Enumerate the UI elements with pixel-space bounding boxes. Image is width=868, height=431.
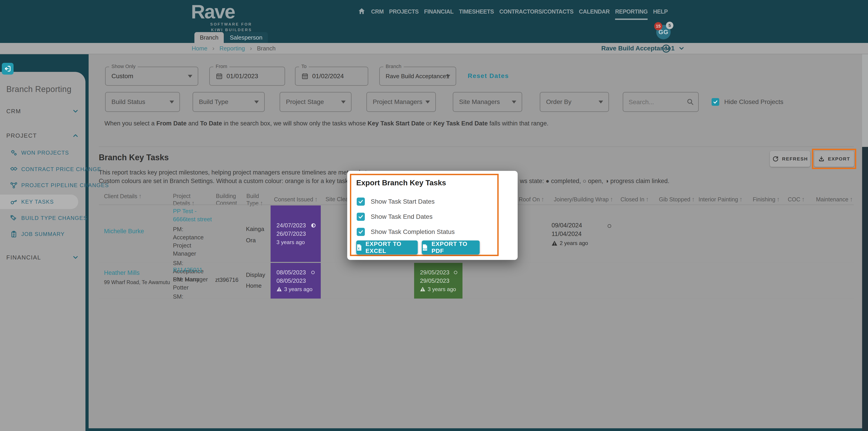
build-type-cell: Kainga Ora (246, 223, 273, 246)
checkbox-checked-icon (357, 197, 365, 206)
column-header-closed-in[interactable]: Closed In↑ (620, 196, 652, 203)
chevron-up-icon (72, 132, 79, 139)
sidebar-item-key-tasks[interactable]: KEY TASKS (0, 194, 78, 209)
column-header-gib-stopped[interactable]: Gib Stopped↑ (659, 196, 698, 203)
history-clock-button[interactable] (661, 43, 671, 54)
column-header-client-details[interactable]: Client Details↑ (104, 192, 154, 200)
sidebar-item-build-type-changes[interactable]: BUILD TYPE CHANGES (0, 211, 78, 225)
project-managers-select[interactable]: Project Managers (366, 92, 436, 112)
column-header-joinery-building-wrap[interactable]: Joinery/Building Wrap↑ (554, 196, 617, 203)
dropdown-caret-icon (188, 75, 192, 78)
breadcrumb-home[interactable]: Home (192, 45, 207, 52)
breadcrumb-reporting[interactable]: Reporting (219, 45, 245, 52)
logo-tagline: SOFTWARE FORKIWI BUILDERS (191, 22, 252, 33)
rave-logo[interactable]: Rave SOFTWARE FORKIWI BUILDERS (191, 2, 252, 33)
checkbox-checked-icon (712, 98, 719, 106)
dropdown-caret-icon (446, 75, 450, 78)
logo-title: Rave (191, 2, 252, 21)
chevron-down-icon (72, 254, 79, 261)
column-header-coc[interactable]: COC↑ (788, 196, 809, 203)
from-date-field[interactable]: From 01/01/2023 (209, 67, 285, 86)
task-end-date: 08/05/2023 (276, 277, 321, 285)
show-task-completion-status-option[interactable]: Show Task Completion Status (357, 228, 455, 236)
column-header-roof-on[interactable]: Roof On↑ (519, 196, 548, 203)
scrollbar-thumb[interactable] (862, 147, 868, 431)
order-by-select[interactable]: Order By (540, 92, 609, 112)
client-link[interactable]: Heather Mills (104, 269, 140, 276)
column-header-interior-painting[interactable]: Interior Painting↑ (699, 196, 747, 203)
dialog-title: Export Branch Key Tasks (356, 179, 446, 187)
show-task-start-dates-option[interactable]: Show Task Start Dates (357, 197, 435, 206)
nav-item-projects[interactable]: PROJECTS (389, 8, 418, 15)
gears-icon (10, 149, 18, 157)
task-end-date: 11/04/2024 (552, 229, 588, 238)
checkbox-checked-icon (357, 228, 365, 236)
show-only-select[interactable]: Show Only Custom (105, 67, 198, 86)
row-divider (99, 262, 854, 263)
dropdown-caret-icon (169, 100, 174, 103)
breadcrumb-separator-icon: › (212, 45, 214, 52)
to-date-field[interactable]: To 01/02/2024 (295, 67, 368, 86)
green-task-cell: 29/05/2023 29/05/2023 3 years ago (414, 263, 463, 299)
notification-badge[interactable]: 15 (654, 22, 662, 30)
branch-selector[interactable]: Rave Build Acceptance1 (601, 43, 685, 54)
nav-item-help[interactable]: HELP (653, 8, 668, 15)
nav-item-financial[interactable]: FINANCIAL (424, 8, 454, 15)
show-task-end-dates-option[interactable]: Show Task End Dates (357, 213, 432, 221)
sidebar-item-job-summary[interactable]: JOB SUMMARY (0, 227, 78, 241)
export-dialog: Export Branch Key Tasks Show Task Start … (347, 171, 518, 260)
build-type-select[interactable]: Build Type (193, 92, 265, 112)
warning-icon (420, 286, 426, 291)
download-icon (818, 155, 825, 162)
nav-item-timesheets[interactable]: TIMESHEETS (459, 8, 494, 15)
home-icon[interactable] (358, 7, 366, 16)
checkbox-checked-icon (357, 213, 365, 221)
clipboard-icon (10, 230, 18, 238)
tab-salesperson[interactable]: Salesperson (224, 32, 268, 43)
sort-arrow-icon: ↑ (190, 199, 195, 207)
project-link[interactable]: PP Test - 6666test street (173, 208, 212, 223)
dropdown-caret-icon (426, 100, 430, 103)
sidebar-item-won-projects[interactable]: WON PROJECTS (0, 146, 78, 160)
vertical-scrollbar[interactable] (862, 54, 868, 431)
sort-arrow-icon: ↑ (609, 196, 613, 203)
sidebar-section-crm[interactable]: CRM (6, 107, 79, 115)
search-icon[interactable] (686, 98, 694, 106)
tags-icon (10, 214, 18, 222)
site-managers-select[interactable]: Site Managers (453, 92, 522, 112)
sort-arrow-icon: ↑ (775, 196, 780, 203)
column-header-finishing[interactable]: Finishing↑ (753, 196, 784, 203)
nav-item-crm[interactable]: CRM (371, 8, 383, 15)
branch-filter-select[interactable]: Branch Rave Build Acceptance1 (379, 67, 456, 86)
reset-dates-link[interactable]: Reset Dates (468, 72, 509, 80)
sort-arrow-icon: ↑ (800, 196, 805, 203)
alert-badge[interactable]: 5 (666, 22, 673, 29)
collapse-sidebar-button[interactable] (2, 63, 13, 74)
nav-item-contractors-contacts[interactable]: CONTRACTORS/CONTACTS (499, 8, 574, 15)
nav-item-calendar[interactable]: CALENDAR (579, 8, 610, 15)
export-to-excel-button[interactable]: X EXPORT TO EXCEL (356, 241, 418, 254)
progress-claim-linked-icon (311, 223, 315, 227)
sort-arrow-icon: ↑ (645, 196, 649, 203)
refresh-button[interactable]: REFRESH (770, 151, 810, 167)
task-end-date: 29/05/2023 (420, 277, 463, 285)
client-link[interactable]: Michelle Burke (104, 228, 144, 235)
export-to-pdf-button[interactable]: PDF EXPORT TO PDF (422, 241, 480, 254)
project-link[interactable]: R11425011 (173, 267, 203, 273)
sidebar-item-contract-price-change[interactable]: CONTRACT PRICE CHANGE (0, 162, 78, 177)
search-input[interactable] (628, 92, 683, 112)
column-header-consent-issued[interactable]: Consent Issued↑ (274, 196, 321, 203)
sidebar-item-project-pipeline-changes[interactable]: PROJECT PIPELINE CHANGES (0, 178, 78, 192)
tab-branch[interactable]: Branch (194, 32, 224, 43)
sidebar-section-project[interactable]: PROJECT (6, 132, 79, 139)
sidebar-section-financial[interactable]: FINANCIAL (6, 254, 79, 261)
export-button[interactable]: EXPORT (814, 151, 854, 167)
project-stage-select[interactable]: Project Stage (280, 92, 351, 112)
dropdown-caret-icon (254, 100, 259, 103)
hide-closed-projects-toggle[interactable]: Hide Closed Projects (712, 98, 783, 106)
dropdown-caret-icon (512, 100, 516, 103)
column-header-maintenance[interactable]: Maintenance↑ (816, 196, 856, 203)
build-status-select[interactable]: Build Status (105, 92, 180, 112)
sidebar-title: Branch Reporting (6, 85, 71, 94)
nav-item-reporting[interactable]: REPORTING (615, 8, 648, 15)
